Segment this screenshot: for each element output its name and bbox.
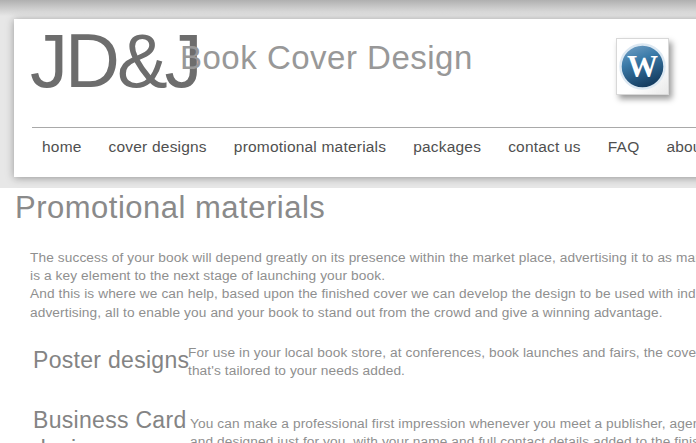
nav-item-faq[interactable]: FAQ [608, 138, 640, 156]
svg-text:W: W [627, 49, 658, 84]
intro-line: And this is where we can help, based upo… [30, 285, 696, 303]
nav-item-contact-us[interactable]: contact us [508, 138, 581, 156]
intro-line: The success of your book will depend gre… [30, 249, 696, 267]
section-heading-line: designs [33, 435, 186, 443]
section-body-line: that's tailored to your needs added. [188, 362, 696, 380]
wordpress-badge[interactable]: W [616, 38, 669, 95]
header-card: JD&J Book Cover Design home cover design… [14, 19, 696, 177]
nav-item-home[interactable]: home [42, 138, 82, 156]
nav-divider [32, 127, 696, 128]
site-tagline: Book Cover Design [180, 39, 473, 77]
nav-item-about[interactable]: about [666, 138, 696, 156]
main-nav: home cover designs promotional materials… [42, 138, 696, 156]
section-heading-poster-designs: Poster designs [33, 346, 189, 375]
site-logo[interactable]: JD&J [30, 23, 200, 99]
intro-line: advertising, all to enable you and your … [30, 304, 696, 322]
page-title: Promotional materials [15, 190, 325, 226]
section-heading-line: Business Card [33, 406, 186, 435]
section-body-line: For use in your local book store, at con… [188, 344, 696, 362]
nav-item-packages[interactable]: packages [413, 138, 481, 156]
section-body-line: and designed just for you, with your nam… [190, 433, 696, 443]
section-heading-line: Poster designs [33, 346, 189, 375]
nav-item-cover-designs[interactable]: cover designs [109, 138, 207, 156]
wordpress-icon: W [619, 43, 666, 90]
intro-paragraphs: The success of your book will depend gre… [30, 249, 696, 322]
section-body-poster-designs: For use in your local book store, at con… [188, 344, 696, 380]
section-body-business-card-designs: You can make a professional first impres… [190, 415, 696, 443]
intro-line: is a key element to the next stage of la… [30, 267, 696, 285]
nav-item-promotional-materials[interactable]: promotional materials [234, 138, 386, 156]
section-body-line: You can make a professional first impres… [190, 415, 696, 433]
section-heading-business-card-designs: Business Card designs [33, 406, 186, 443]
